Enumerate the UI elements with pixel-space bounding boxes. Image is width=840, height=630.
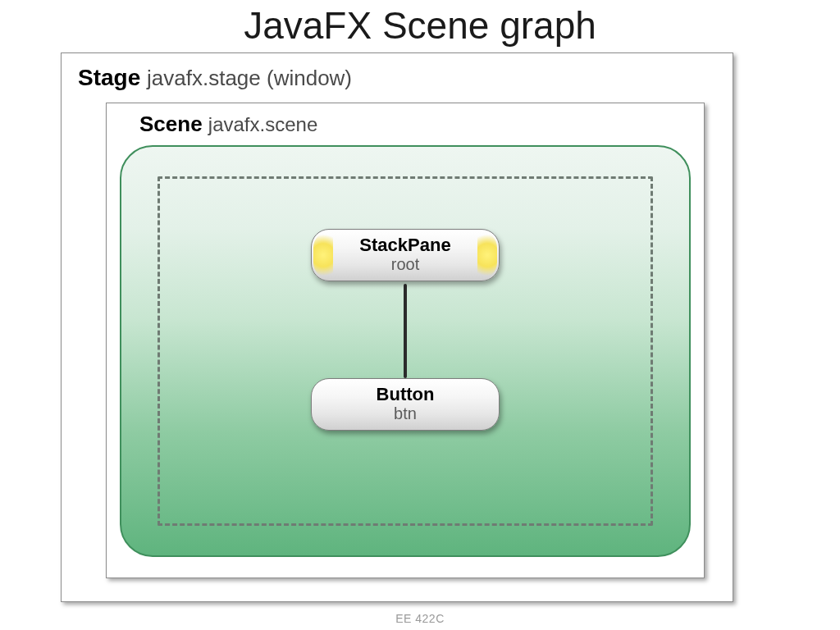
stage-panel: Stage javafx.stage (window) Scene javafx… [61, 52, 733, 602]
slide-title: JavaFX Scene graph [0, 3, 840, 48]
tree-edge [404, 284, 407, 378]
scene-label: Scene [139, 112, 203, 136]
node-var-name: btn [320, 404, 491, 423]
node-class: StackPane [320, 235, 491, 255]
stage-package: javafx.stage (window) [147, 66, 352, 90]
node-button: Button btn [311, 378, 500, 431]
stage-heading: Stage javafx.stage (window) [76, 62, 718, 98]
scene-content-area: StackPane root Button btn [120, 145, 691, 557]
node-class: Button [320, 384, 491, 404]
node-stackpane: StackPane root [311, 229, 500, 281]
scene-panel: Scene javafx.scene StackPane root Button… [106, 103, 705, 578]
node-var-name: root [320, 255, 491, 274]
slide-footer: EE 422C [0, 612, 840, 625]
slide: JavaFX Scene graph Stage javafx.stage (w… [0, 0, 840, 630]
stage-label: Stage [78, 65, 140, 90]
scene-package: javafx.scene [208, 113, 317, 135]
scene-heading: Scene javafx.scene [120, 112, 691, 142]
